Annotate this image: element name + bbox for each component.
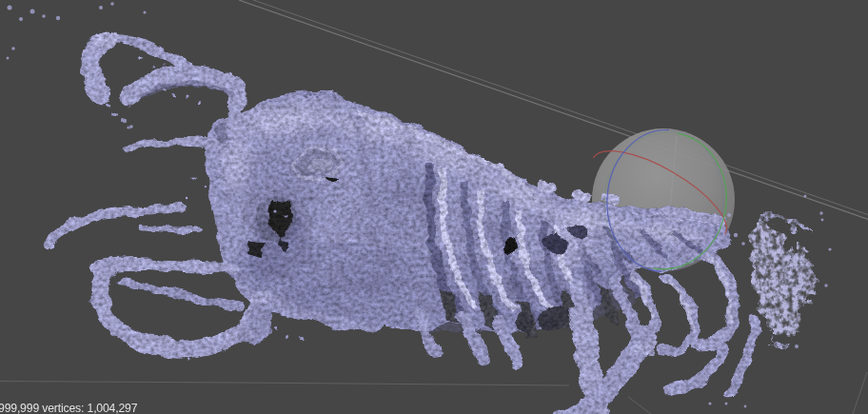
svg-text:999,999 vertices: 1,004,297: 999,999 vertices: 1,004,297 <box>0 402 138 414</box>
